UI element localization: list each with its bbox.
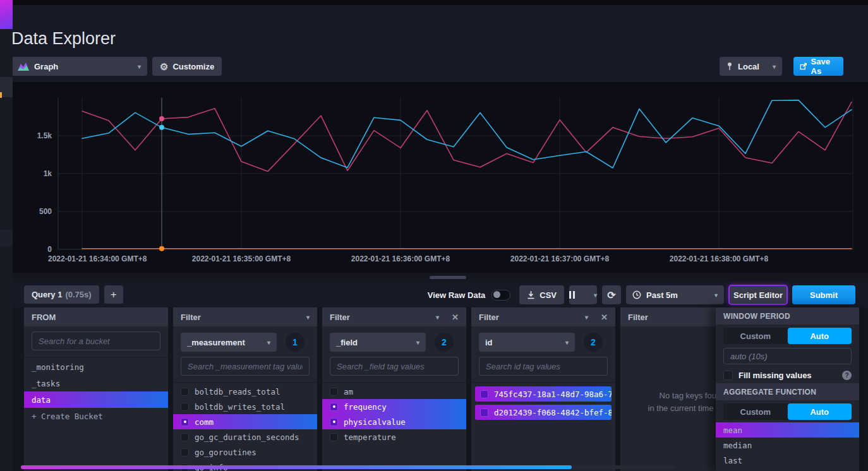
data-explorer-page: Data Explorer Graph ▾ ⚙ Customize Local … <box>0 0 868 471</box>
x-axis-tick-label: 2022-01-21 16:38:00 GMT+8 <box>670 254 769 263</box>
clock-icon <box>632 290 641 299</box>
tag-value-item[interactable]: go_goroutines <box>173 444 317 460</box>
window-period-auto-option[interactable]: Auto <box>788 328 852 344</box>
tag-key-dropdown[interactable]: _field ▾ <box>330 333 426 352</box>
tag-value-item[interactable]: boltdb_writes_total <box>173 399 317 414</box>
close-icon[interactable]: ✕ <box>601 313 608 322</box>
influxdb-logo-block[interactable] <box>0 0 13 29</box>
bucket-item-selected[interactable]: data <box>24 391 168 408</box>
filter-panel-header[interactable]: Filter ▾ ✕ <box>471 307 615 326</box>
save-as-button[interactable]: Save As <box>793 57 843 76</box>
script-editor-label: Script Editor <box>733 290 783 300</box>
tag-value-item-selected[interactable]: frequency <box>322 399 466 414</box>
pin-icon <box>726 62 733 71</box>
selected-count-badge: 2 <box>435 333 454 352</box>
tag-value-item[interactable]: go_gc_duration_seconds <box>173 429 317 444</box>
filter-panel-header[interactable]: Filter ▾ ✕ <box>322 307 466 326</box>
csv-download-button[interactable]: CSV <box>519 285 564 304</box>
time-range-label: Past 5m <box>646 290 678 300</box>
tag-value-label: d2012439-f068-4842-bfef-8… <box>494 408 612 417</box>
field-search-input[interactable] <box>330 357 459 376</box>
nav-sidebar-strip <box>0 0 13 471</box>
aggregate-function-item[interactable]: last <box>716 453 859 468</box>
script-editor-button[interactable]: Script Editor <box>729 285 787 304</box>
chevron-down-icon: ▾ <box>416 339 419 346</box>
checkbox-icon <box>330 433 338 441</box>
tag-value-item[interactable]: am <box>322 384 466 399</box>
add-query-button[interactable]: + <box>104 285 123 304</box>
customize-button[interactable]: ⚙ Customize <box>152 57 222 76</box>
id-search-input[interactable] <box>479 357 608 376</box>
tag-value-label: temperature <box>344 432 396 442</box>
nav-item-partial[interactable] <box>0 230 13 246</box>
measurement-search-input[interactable] <box>181 357 310 376</box>
tag-value-item[interactable]: temperature <box>322 429 466 444</box>
tag-value-label: go_gc_duration_seconds <box>195 432 299 442</box>
aggregate-custom-option[interactable]: Custom <box>723 403 788 420</box>
checkbox-icon <box>181 448 189 456</box>
aggregate-function-header: AGGREGATE FUNCTION <box>716 383 859 400</box>
save-as-label: Save As <box>811 57 837 76</box>
submit-button[interactable]: Submit <box>792 285 855 304</box>
y-axis-tick-label: 500 <box>39 207 52 216</box>
bucket-item[interactable]: _tasks <box>24 375 168 391</box>
query-tab-name: Query 1 <box>32 290 62 299</box>
tag-value-item[interactable]: boltdb_reads_total <box>173 384 317 399</box>
x-axis-tick-label: 2022-01-21 16:35:00 GMT+8 <box>192 254 291 263</box>
help-icon[interactable]: ? <box>842 371 852 380</box>
selected-count-badge: 1 <box>286 333 304 352</box>
bucket-label: data <box>32 395 51 405</box>
plus-icon: + <box>111 289 117 301</box>
filter-panel-header[interactable]: Filter ▾ <box>173 307 317 326</box>
visualization-type-label: Graph <box>34 62 58 71</box>
tag-value-item-selected[interactable]: d2012439-f068-4842-bfef-8… <box>475 405 612 420</box>
aggregate-auto-option[interactable]: Auto <box>788 403 852 420</box>
local-label: Local <box>738 62 759 71</box>
tag-key-dropdown[interactable]: id ▾ <box>479 333 575 352</box>
chart-series-magenta-series <box>82 102 852 172</box>
checkbox-icon <box>181 388 189 396</box>
aggregate-function-item[interactable]: median <box>716 438 859 453</box>
create-bucket-link[interactable]: + Create Bucket <box>24 408 168 424</box>
fill-missing-values-checkbox[interactable] <box>723 371 733 380</box>
x-axis-tick-label: 2022-01-21 16:34:00 GMT+8 <box>48 254 147 263</box>
refresh-button[interactable]: ⟳ <box>602 285 621 304</box>
visualization-type-dropdown[interactable]: Graph ▾ <box>11 57 147 76</box>
horizontal-scrollbar-thumb[interactable] <box>21 465 572 469</box>
x-axis-tick-label: 2022-01-21 16:37:00 GMT+8 <box>510 254 610 263</box>
chevron-down-icon: ▾ <box>714 292 718 299</box>
checkbox-checked-icon <box>181 418 189 426</box>
nav-item-partial[interactable] <box>0 77 13 97</box>
tag-value-item-selected[interactable]: comm <box>173 414 317 429</box>
area-chart-icon <box>18 62 29 71</box>
time-range-dropdown[interactable]: Past 5m ▾ <box>626 285 724 304</box>
bucket-item[interactable]: _monitoring <box>24 359 168 375</box>
pause-icon <box>569 291 575 299</box>
drag-handle[interactable] <box>430 276 466 279</box>
horizontal-scrollbar-track[interactable] <box>21 465 676 469</box>
tag-value-item-selected[interactable]: 745fc437-18a1-48d7-98a6-7… <box>475 386 612 402</box>
top-edge <box>13 0 868 5</box>
query-tab[interactable]: Query 1 (0.75s) <box>24 285 99 304</box>
line-chart[interactable]: 05001k1.5k2022-01-21 16:34:00 GMT+82022-… <box>13 82 868 273</box>
close-icon[interactable]: ✕ <box>452 313 459 322</box>
tag-value-item-selected[interactable]: physicalvalue <box>322 414 466 429</box>
filter-panel-measurement: Filter ▾ _measurement ▾ 1 boltdb_reads_t… <box>173 307 317 471</box>
tag-value-label: boltdb_writes_total <box>195 402 285 412</box>
query-tab-duration: (0.75s) <box>65 290 91 299</box>
tag-key-dropdown[interactable]: _measurement ▾ <box>181 333 277 352</box>
view-raw-data-toggle[interactable] <box>491 290 510 301</box>
query-toolbar: Query 1 (0.75s) + View Raw Data CSV ▾ <box>13 282 868 307</box>
aggregate-function-selected[interactable]: mean <box>716 422 859 438</box>
bucket-search-input[interactable] <box>32 331 160 350</box>
pause-dropdown-button[interactable]: ▾ <box>569 285 597 304</box>
local-dropdown[interactable]: Local ▾ <box>720 57 782 76</box>
chart-hover-dot-blue-series <box>159 125 164 130</box>
fill-missing-values-label: Fill missing values <box>738 371 812 380</box>
chevron-down-icon: ▾ <box>594 292 597 299</box>
customize-label: Customize <box>172 62 214 71</box>
filter-title: Filter <box>628 313 648 322</box>
window-period-input[interactable] <box>723 348 852 364</box>
chevron-down-icon: ▾ <box>138 63 141 70</box>
window-period-custom-option[interactable]: Custom <box>723 328 788 344</box>
